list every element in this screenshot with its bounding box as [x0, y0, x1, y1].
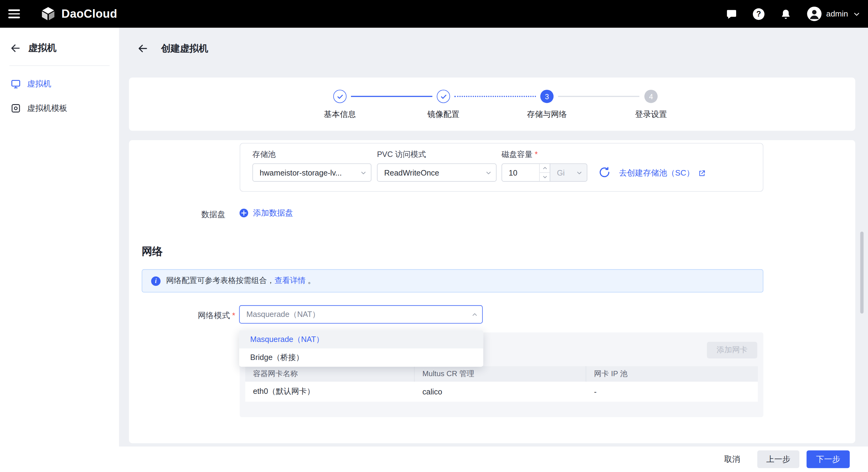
storage-pool-label: 存储池: [252, 150, 276, 160]
sidebar-title: 虚拟机: [28, 41, 57, 54]
help-icon[interactable]: ?: [753, 8, 765, 20]
cell-ip-pool: -: [586, 382, 758, 402]
daocloud-logo-icon: [40, 5, 57, 22]
chevron-down-icon: [361, 170, 367, 176]
dropdown-option-masquerade[interactable]: Masquerade（NAT）: [239, 330, 484, 348]
add-nic-button[interactable]: 添加网卡: [707, 342, 757, 358]
brand-name: DaoCloud: [61, 7, 117, 21]
network-mode-dropdown: Masquerade（NAT） Bridge（桥接）: [239, 330, 484, 367]
footer-actions: 取消 上一步 下一步: [119, 447, 868, 472]
sidebar: 虚拟机 虚拟机 虚拟机模板: [0, 28, 119, 472]
chevron-up-icon: [471, 312, 478, 318]
sidebar-item-vm[interactable]: 虚拟机: [0, 71, 119, 96]
notification-bell-icon[interactable]: [780, 8, 792, 20]
col-nic-name: 容器网卡名称: [245, 366, 415, 382]
page-back-arrow-icon[interactable]: [137, 43, 148, 54]
create-storage-pool-link-text: 去创建存储池（SC）: [619, 168, 694, 178]
wizard-stepper: 3 4 基本信息 镜像配置 存储与网络 登录设置: [129, 78, 856, 131]
sidebar-nav: 虚拟机 虚拟机模板: [0, 71, 119, 120]
stepper-up-icon[interactable]: [539, 164, 550, 172]
pvc-access-mode-label: PVC 访问模式: [377, 150, 426, 160]
vertical-scrollbar[interactable]: [860, 231, 864, 314]
vm-icon: [10, 79, 21, 89]
refresh-icon[interactable]: [598, 166, 611, 178]
brand[interactable]: DaoCloud: [40, 5, 118, 22]
step-number: 3: [545, 92, 549, 100]
previous-step-button[interactable]: 上一步: [757, 450, 799, 468]
add-data-disk-label: 添加数据盘: [253, 208, 293, 218]
number-stepper: [539, 164, 550, 181]
network-info-alert: i 网络配置可参考表格按需组合，查看详情 。: [142, 269, 763, 293]
step-4-circle: 4: [644, 90, 658, 103]
step-2-circle[interactable]: [437, 90, 450, 103]
form-panel: 存储池 PVC 访问模式 磁盘容量* hwameistor-storage-lv…: [129, 140, 856, 443]
main-content: 创建虚拟机 3 4 基本信息 镜像配置: [119, 28, 868, 472]
step-1-label: 基本信息: [296, 109, 384, 119]
sidebar-header: 虚拟机: [0, 28, 119, 65]
cell-multus-cr: calico: [415, 382, 586, 402]
system-disk-card: 存储池 PVC 访问模式 磁盘容量* hwameistor-storage-lv…: [240, 143, 763, 192]
step-4-label: 登录设置: [607, 109, 695, 119]
top-navbar: DaoCloud ? admin: [0, 0, 868, 28]
step-connector-2: [455, 96, 536, 97]
cell-nic-name: eth0（默认网卡）: [245, 382, 415, 402]
user-menu[interactable]: admin: [807, 7, 860, 21]
vm-template-icon: [10, 103, 21, 113]
network-section-title: 网络: [142, 244, 163, 259]
chevron-down-icon: [853, 10, 860, 18]
network-mode-value: Masquerade（NAT）: [246, 309, 320, 319]
network-mode-label: 网络模式*: [129, 310, 235, 321]
nic-table-header: 容器网卡名称 Multus CR 管理 网卡 IP 池: [245, 366, 758, 382]
chat-icon[interactable]: [725, 8, 738, 20]
step-connector-1: [351, 96, 432, 97]
disk-capacity-value: 10: [502, 164, 539, 181]
table-row[interactable]: eth0（默认网卡） calico -: [245, 382, 758, 402]
data-disk-label: 数据盘: [129, 209, 225, 220]
pvc-access-mode-select[interactable]: ReadWriteOnce: [377, 163, 497, 182]
plus-circle-icon: [239, 208, 249, 218]
storage-pool-select[interactable]: hwameistor-storage-lv...: [252, 163, 371, 182]
sidebar-divider: [9, 65, 110, 66]
hamburger-menu-icon[interactable]: [8, 9, 20, 18]
capacity-unit-value: Gi: [557, 168, 565, 177]
dropdown-option-bridge[interactable]: Bridge（桥接）: [239, 348, 484, 367]
chevron-down-icon: [576, 170, 582, 176]
add-data-disk-button[interactable]: 添加数据盘: [239, 208, 293, 218]
storage-pool-value: hwameistor-storage-lv...: [260, 168, 342, 177]
required-asterisk: *: [232, 311, 235, 320]
check-icon: [440, 93, 447, 100]
page-title: 创建虚拟机: [161, 42, 208, 55]
nic-table: 容器网卡名称 Multus CR 管理 网卡 IP 池 eth0（默认网卡） c…: [245, 366, 758, 402]
step-3-label: 存储与网络: [503, 109, 591, 119]
app-window: DaoCloud ? admin: [0, 0, 868, 472]
create-storage-pool-link[interactable]: 去创建存储池（SC）: [619, 168, 706, 178]
col-ip-pool: 网卡 IP 池: [586, 366, 758, 382]
disk-capacity-input[interactable]: 10: [501, 163, 550, 182]
sidebar-back-arrow-icon[interactable]: [10, 42, 21, 53]
alert-text: 网络配置可参考表格按需组合，查看详情 。: [166, 276, 316, 286]
sidebar-item-label: 虚拟机模板: [27, 103, 67, 113]
network-mode-select[interactable]: Masquerade（NAT）: [239, 305, 483, 324]
navbar-right: ? admin: [725, 7, 860, 21]
col-multus-cr: Multus CR 管理: [415, 366, 586, 382]
user-avatar-icon: [807, 7, 821, 21]
chevron-down-icon: [486, 170, 492, 176]
stepper-down-icon[interactable]: [539, 172, 550, 181]
info-icon: i: [151, 276, 160, 286]
check-icon: [336, 93, 344, 100]
step-3-circle[interactable]: 3: [540, 90, 554, 103]
view-details-link[interactable]: 查看详情: [275, 276, 306, 285]
next-step-button[interactable]: 下一步: [807, 450, 850, 468]
page-header: 创建虚拟机: [137, 39, 208, 58]
sidebar-item-vm-template[interactable]: 虚拟机模板: [0, 96, 119, 120]
sidebar-item-label: 虚拟机: [27, 79, 51, 89]
cancel-button[interactable]: 取消: [724, 454, 740, 464]
capacity-unit-select: Gi: [550, 163, 587, 182]
step-connector-3: [558, 96, 640, 97]
user-name: admin: [826, 9, 848, 18]
help-glyph: ?: [753, 8, 765, 20]
step-1-circle[interactable]: [333, 90, 347, 103]
step-number: 4: [649, 92, 653, 100]
pvc-access-mode-value: ReadWriteOnce: [384, 168, 439, 177]
disk-capacity-label: 磁盘容量*: [501, 150, 538, 160]
